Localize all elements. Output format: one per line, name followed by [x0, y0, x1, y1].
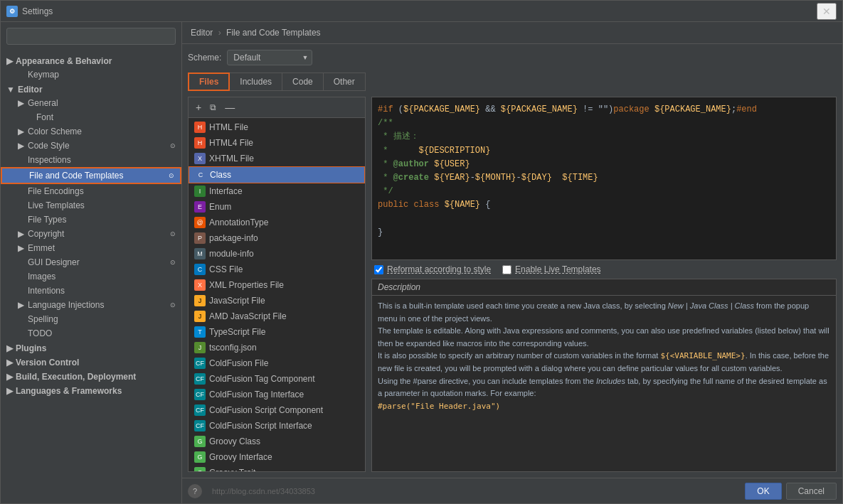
sidebar-item-code-style[interactable]: ▶ Code Style ⊙: [1, 139, 181, 153]
sidebar-item-file-types[interactable]: File Types: [1, 213, 181, 227]
sidebar-item-spelling[interactable]: Spelling: [1, 312, 181, 326]
sidebar-item-gui-designer[interactable]: GUI Designer ⊙: [1, 255, 181, 269]
sidebar-item-images[interactable]: Images: [1, 269, 181, 284]
sidebar-item-editor[interactable]: ▼ Editor: [1, 82, 181, 96]
file-item-tsconfig[interactable]: J tsconfig.json: [189, 340, 365, 355]
sidebar-item-version-control[interactable]: ▶ Version Control: [1, 355, 181, 369]
file-item-package-info[interactable]: P package-info: [189, 230, 365, 246]
file-item-class[interactable]: C Class: [189, 166, 365, 183]
file-item-cf-script-interface[interactable]: CF ColdFusion Script Interface: [189, 418, 365, 434]
scheme-select[interactable]: Default Project: [227, 50, 312, 65]
file-item-annotation[interactable]: @ AnnotationType: [189, 215, 365, 230]
code-line-5: * @author ${USER}: [378, 158, 830, 171]
cancel-button[interactable]: Cancel: [786, 483, 837, 500]
sidebar-item-intentions[interactable]: Intentions: [1, 284, 181, 298]
sidebar-item-language-injections[interactable]: ▶ Language Injections ⊙: [1, 298, 181, 312]
tab-files[interactable]: Files: [188, 73, 230, 91]
code-line-3: * 描述：: [378, 130, 830, 144]
file-item-groovy-class[interactable]: G Groovy Class: [189, 434, 365, 449]
file-item-xhtml[interactable]: X XHTML File: [189, 151, 365, 166]
file-item-cf-file[interactable]: CF ColdFusion File: [189, 355, 365, 371]
file-item-label: ColdFusion Tag Interface: [209, 390, 304, 400]
sidebar-item-inspections[interactable]: Inspections: [1, 153, 181, 167]
ok-button[interactable]: OK: [745, 483, 781, 500]
file-item-groovy-interface[interactable]: G Groovy Interface: [189, 449, 365, 465]
tab-other[interactable]: Other: [323, 73, 366, 91]
arrow-icon: ▶: [6, 358, 13, 368]
file-item-label: ColdFusion Script Interface: [209, 421, 312, 431]
file-item-groovy-trait[interactable]: G Groovy Trait: [189, 465, 365, 471]
sidebar-item-emmet[interactable]: ▶ Emmet: [1, 241, 181, 255]
file-list: H HTML File H HTML4 File X XHTML File: [189, 118, 365, 471]
file-item-interface[interactable]: I Interface: [189, 183, 365, 199]
settings-badge: ⊙: [170, 259, 176, 266]
reformat-checkbox[interactable]: [374, 265, 383, 274]
sidebar-item-copyright[interactable]: ▶ Copyright ⊙: [1, 227, 181, 241]
file-item-html[interactable]: H HTML File: [189, 119, 365, 135]
file-item-label: XHTML File: [209, 154, 254, 163]
search-box[interactable]: [6, 28, 176, 45]
arrow-icon: ▶: [18, 300, 25, 310]
sidebar-item-plugins[interactable]: ▶ Plugins: [1, 341, 181, 355]
sidebar-item-file-and-code-templates[interactable]: File and Code Templates ⊙: [1, 167, 181, 184]
search-input[interactable]: [13, 31, 169, 41]
file-item-xml-props[interactable]: X XML Properties File: [189, 277, 365, 293]
sidebar-label: Spelling: [28, 314, 58, 324]
groovy-trait-icon: G: [194, 467, 206, 471]
sidebar-item-build-execution[interactable]: ▶ Build, Execution, Deployment: [1, 369, 181, 383]
live-templates-checkbox-label[interactable]: Enable Live Templates: [502, 264, 601, 274]
file-item-cf-tag-interface[interactable]: CF ColdFusion Tag Interface: [189, 387, 365, 402]
code-line-7: */: [378, 185, 830, 198]
amd-js-icon: J: [194, 311, 206, 322]
file-item-module-info[interactable]: M module-info: [189, 246, 365, 262]
delete-template-button[interactable]: —: [222, 100, 238, 114]
reformat-checkbox-label[interactable]: Reformat according to style: [374, 264, 491, 274]
sidebar-item-keymap[interactable]: Keymap: [1, 68, 181, 82]
groovy-interface-icon: G: [194, 451, 206, 463]
sidebar-label: Inspections: [28, 155, 71, 165]
file-item-enum[interactable]: E Enum: [189, 199, 365, 215]
file-item-css[interactable]: C CSS File: [189, 262, 365, 277]
file-item-html4[interactable]: H HTML4 File: [189, 135, 365, 151]
sidebar-label: TODO: [28, 328, 52, 338]
help-button[interactable]: ?: [188, 484, 202, 498]
sidebar-item-general[interactable]: ▶ General: [1, 96, 181, 110]
file-item-label: Class: [210, 170, 231, 180]
settings-window: ⚙ Settings ✕ ▶ Appearance & Behavior Key…: [0, 0, 843, 504]
file-item-javascript[interactable]: J JavaScript File: [189, 293, 365, 309]
sidebar-item-todo[interactable]: TODO: [1, 326, 181, 341]
add-template-button[interactable]: +: [193, 100, 204, 114]
code-editor[interactable]: #if (${PACKAGE_NAME} && ${PACKAGE_NAME} …: [371, 97, 837, 260]
file-item-amd-js[interactable]: J AMD JavaScript File: [189, 309, 365, 324]
live-templates-checkbox[interactable]: [502, 265, 511, 274]
sidebar-item-languages-frameworks[interactable]: ▶ Languages & Frameworks: [1, 383, 181, 397]
file-item-label: module-info: [209, 249, 254, 259]
code-line-4: * ${DESCRIPTION}: [378, 144, 830, 158]
tab-code[interactable]: Code: [282, 73, 324, 91]
sidebar-item-color-scheme[interactable]: ▶ Color Scheme: [1, 124, 181, 139]
sidebar-label: File Encodings: [28, 186, 84, 196]
file-item-cf-script-component[interactable]: CF ColdFusion Script Component: [189, 402, 365, 418]
close-button[interactable]: ✕: [817, 3, 837, 20]
window-icon: ⚙: [6, 6, 18, 17]
sidebar-item-live-templates[interactable]: Live Templates: [1, 198, 181, 213]
scheme-label: Scheme:: [188, 53, 221, 63]
copy-template-button[interactable]: ⧉: [207, 101, 219, 114]
description-title: Description: [372, 279, 836, 296]
file-item-label: XML Properties File: [209, 280, 284, 290]
description-text[interactable]: This is a built-in template used each ti…: [372, 296, 836, 471]
sidebar-item-file-encodings[interactable]: File Encodings: [1, 184, 181, 198]
breadcrumb-part2: File and Code Templates: [226, 28, 321, 38]
file-item-cf-tag-component[interactable]: CF ColdFusion Tag Component: [189, 371, 365, 387]
sidebar-item-font[interactable]: Font: [1, 110, 181, 124]
cf-file-icon: CF: [194, 358, 206, 369]
tsconfig-icon: J: [194, 342, 206, 353]
file-item-label: HTML File: [209, 122, 248, 132]
interface-file-icon: I: [194, 186, 206, 197]
file-item-typescript[interactable]: T TypeScript File: [189, 324, 365, 340]
tab-includes[interactable]: Includes: [229, 73, 282, 91]
breadcrumb: Editor › File and Code Templates: [182, 22, 842, 44]
sidebar-label: Font: [36, 112, 53, 122]
sidebar-item-appearance[interactable]: ▶ Appearance & Behavior: [1, 53, 181, 68]
breadcrumb-part1: Editor: [191, 28, 213, 38]
